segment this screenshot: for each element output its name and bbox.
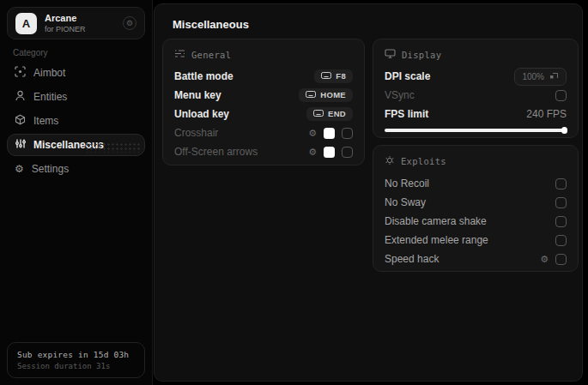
sidebar-item-items[interactable]: Items — [7, 110, 145, 132]
app-name: Arcane — [45, 13, 86, 24]
setting-label: Crosshair — [174, 127, 218, 139]
setting-label: No Sway — [385, 196, 426, 208]
app-title-block: Arcane for PIONER — [45, 13, 86, 34]
keyboard-icon — [306, 91, 316, 99]
setting-row-dpi-scale: DPI scale 100% — [385, 70, 567, 82]
setting-row-fps-limit: FPS limit 240 FPS — [385, 108, 567, 120]
display-section-header: Display — [385, 49, 567, 60]
keybind-unload-key[interactable]: END — [306, 107, 353, 121]
cube-icon — [15, 114, 26, 128]
app-subtitle: for PIONER — [45, 25, 86, 34]
crosshair-scan-icon — [15, 66, 26, 80]
main-panel: Miscellaneous General Battle mode F8 — [154, 3, 583, 382]
app-header: A Arcane for PIONER ⚙ — [7, 7, 145, 39]
account-settings-icon[interactable]: ⚙ — [123, 16, 136, 30]
sidebar-item-label: Miscellaneous — [33, 139, 104, 151]
sliders-icon — [15, 138, 26, 152]
session-duration-text: Session duration 31s — [17, 362, 135, 370]
scale-icon — [549, 71, 559, 82]
speed-hack-controls: ⚙ — [540, 254, 567, 265]
sidebar: A Arcane for PIONER ⚙ Category Aimbot — [0, 0, 153, 385]
exploits-card: Exploits No Recoil No Sway Disable camer… — [373, 145, 579, 272]
dpi-scale-select[interactable]: 100% — [514, 68, 567, 86]
exploits-section-header: Exploits — [385, 155, 567, 167]
category-label: Category — [13, 48, 48, 57]
sidebar-item-label: Aimbot — [33, 67, 65, 79]
page-title: Miscellaneous — [173, 18, 249, 31]
setting-row-unload-key: Unload key END — [174, 108, 353, 120]
setting-label: FPS limit — [385, 108, 428, 120]
setting-row-battle-mode: Battle mode F8 — [174, 70, 353, 82]
keyboard-icon — [321, 72, 331, 81]
setting-label: No Recoil — [385, 177, 429, 189]
entities-icon — [15, 90, 26, 104]
sidebar-item-label: Entities — [33, 91, 67, 103]
sidebar-item-settings[interactable]: ⚙ Settings — [7, 158, 145, 180]
slider-knob[interactable] — [561, 127, 568, 134]
keybind-value: END — [328, 110, 346, 118]
no-sway-checkbox[interactable] — [555, 197, 567, 208]
keybind-battle-mode[interactable]: F8 — [314, 69, 353, 83]
list-settings-icon — [174, 49, 185, 60]
setting-label: Unload key — [174, 108, 229, 120]
sidebar-item-aimbot[interactable]: Aimbot — [7, 62, 145, 84]
section-title: Display — [402, 50, 441, 60]
sidebar-item-miscellaneous[interactable]: Miscellaneous — [7, 134, 145, 156]
no-recoil-checkbox[interactable] — [555, 178, 567, 189]
setting-row-vsync: VSync — [385, 89, 567, 101]
gear-icon[interactable]: ⚙ — [308, 147, 317, 157]
offscreen-checkbox[interactable] — [342, 147, 353, 158]
sub-expires-text: Sub expires in 15d 03h — [17, 350, 135, 359]
setting-row-speed-hack: Speed hack ⚙ — [385, 253, 567, 265]
bug-icon — [385, 155, 395, 167]
setting-label: Menu key — [174, 89, 221, 101]
setting-label: Speed hack — [385, 253, 439, 265]
setting-label: Battle mode — [174, 70, 233, 82]
keybind-value: HOME — [320, 91, 346, 99]
section-title: General — [191, 50, 231, 60]
setting-row-crosshair: Crosshair ⚙ — [174, 127, 353, 139]
display-card: Display DPI scale 100% VSync FPS limit 2… — [373, 39, 579, 138]
fps-limit-value: 240 FPS — [526, 108, 567, 120]
sidebar-item-label: Items — [33, 115, 58, 127]
setting-row-offscreen-arrows: Off-Screen arrows ⚙ — [174, 146, 353, 158]
gear-icon[interactable]: ⚙ — [540, 255, 549, 264]
general-section-header: General — [174, 49, 353, 60]
setting-row-menu-key: Menu key HOME — [174, 89, 353, 101]
keybind-menu-key[interactable]: HOME — [299, 88, 353, 102]
slider-track — [385, 129, 567, 132]
sidebar-item-label: Settings — [32, 163, 69, 175]
setting-label: Disable camera shake — [385, 215, 487, 227]
setting-row-no-recoil: No Recoil — [385, 177, 567, 189]
subscription-status-card: Sub expires in 15d 03h Session duration … — [7, 342, 145, 378]
section-title: Exploits — [401, 156, 446, 166]
dpi-scale-value: 100% — [522, 71, 544, 82]
setting-label: Extended melee range — [385, 234, 488, 246]
keyboard-icon — [313, 110, 324, 118]
keybind-value: F8 — [336, 72, 346, 81]
crosshair-controls: ⚙ — [308, 128, 353, 139]
sidebar-nav: Aimbot Entities Items — [7, 62, 145, 182]
sidebar-item-entities[interactable]: Entities — [7, 86, 145, 108]
offscreen-controls: ⚙ — [308, 147, 353, 158]
setting-label: VSync — [385, 89, 415, 101]
setting-label: Off-Screen arrows — [174, 146, 258, 158]
crosshair-checkbox[interactable] — [342, 128, 353, 139]
general-card: General Battle mode F8 Menu key — [162, 39, 365, 165]
setting-row-disable-camera-shake: Disable camera shake — [385, 215, 567, 227]
camera-shake-checkbox[interactable] — [555, 216, 567, 227]
melee-range-checkbox[interactable] — [555, 235, 567, 246]
setting-row-extended-melee-range: Extended melee range — [385, 234, 567, 246]
speed-hack-checkbox[interactable] — [555, 254, 567, 265]
crosshair-color-swatch[interactable] — [324, 128, 335, 139]
gear-icon[interactable]: ⚙ — [308, 129, 317, 138]
setting-row-no-sway: No Sway — [385, 196, 567, 208]
gear-icon: ⚙ — [15, 164, 24, 174]
offscreen-color-swatch[interactable] — [324, 147, 335, 158]
monitor-icon — [385, 49, 396, 60]
vsync-checkbox[interactable] — [555, 90, 567, 101]
app-logo: A — [15, 13, 37, 34]
setting-label: DPI scale — [385, 70, 430, 82]
